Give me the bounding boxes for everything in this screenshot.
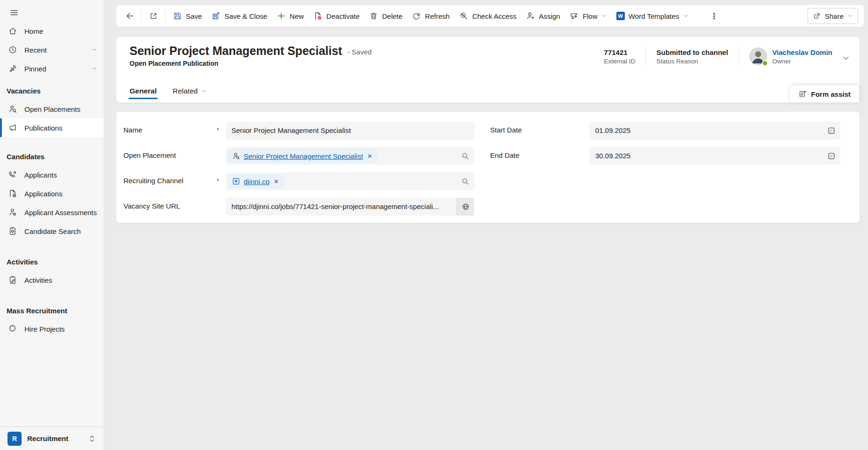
start-date-field-label: Start Date [490,126,522,134]
sidebar-item-activities[interactable]: Activities [0,271,104,289]
command-bar: Save Save & Close New Deactivate Delete … [116,5,864,27]
clipboard-pen-icon [8,275,17,285]
sidebar-item-candidate-search[interactable]: Candidate Search [0,222,104,241]
puzzle-icon [8,324,17,334]
tab-related-label: Related [173,87,198,95]
required-marker: * [217,177,219,185]
avatar [749,47,767,65]
chevron-down-icon [847,13,853,19]
sidebar-item-home[interactable]: Home [0,22,104,40]
flow-button[interactable]: Flow [565,8,612,24]
key-search-icon [459,11,469,21]
start-date-calendar-button[interactable] [826,125,837,136]
search-icon[interactable] [461,152,469,160]
sidebar-item-publications[interactable]: Publications [0,118,104,137]
name-field-label: Name [123,126,142,134]
chevron-down-icon[interactable] [92,47,97,53]
tab-related[interactable]: Related [173,80,207,102]
delete-button[interactable]: Delete [364,8,407,24]
recruiting-channel-remove-button[interactable]: ✕ [273,178,280,185]
sidebar-item-label: Applicant Assessments [24,209,97,217]
recruiting-channel-lookup[interactable]: djinni.co ✕ [226,172,474,190]
assign-button[interactable]: Assign [521,8,565,24]
megaphone-icon [8,123,17,132]
name-field[interactable]: Senior Project Management Specialist [226,122,474,140]
refresh-button[interactable]: Refresh [407,8,454,24]
person-search-icon [232,152,240,160]
check-access-button[interactable]: Check Access [454,8,521,24]
person-search-icon [8,104,17,114]
deactivate-icon [313,11,323,21]
new-label: New [290,12,304,20]
title-wrap: Senior Project Management Specialist - S… [130,44,372,67]
tab-general[interactable]: General [130,80,157,102]
sidebar-item-recent[interactable]: Recent [0,40,104,59]
unfold-chevrons-icon [88,434,96,443]
general-form-section: Name * Senior Project Management Special… [116,111,860,223]
recruiting-channel-field-label: Recruiting Channel [123,177,184,185]
end-date-field[interactable]: 30.09.2025 [590,147,840,165]
save-icon [173,11,182,21]
status-reason-block: Submitted to channel Status Reason [646,48,738,65]
owner-block[interactable]: Viacheslav Domin Owner [739,47,835,65]
check-access-label: Check Access [472,12,516,20]
chevron-down-icon [683,13,689,19]
new-button[interactable]: New [272,8,308,24]
word-templates-button[interactable]: W Word Templates [612,8,693,24]
collapse-header-button[interactable] [840,52,852,64]
sidebar-item-hire-projects[interactable]: Hire Projects [0,319,104,338]
clock-icon [8,45,17,54]
sidebar-item-pinned[interactable]: Pinned [0,59,104,78]
chevron-down-icon [201,88,207,94]
form-assist-button[interactable]: Form assist [790,85,860,102]
sidebar-item-label: Pinned [24,65,46,73]
menu-toggle-button[interactable] [7,6,21,20]
open-placement-link[interactable]: Senior Project Management Specialist [244,152,363,160]
back-button[interactable] [120,8,139,24]
refresh-label: Refresh [425,12,450,20]
sidebar-item-applicants[interactable]: Applicants [0,165,104,184]
person-arrow-icon [526,11,535,21]
open-url-button[interactable] [456,198,474,216]
sidebar-item-label: Hire Projects [24,325,65,333]
share-button[interactable]: Share [807,8,858,24]
start-date-field[interactable]: 01.09.2025 [590,122,840,140]
open-placement-lookup[interactable]: Senior Project Management Specialist ✕ [226,147,474,165]
globe-icon [461,202,470,211]
vacancy-site-url-field[interactable]: https://djinni.co/jobs/771421-senior-pro… [226,198,474,216]
end-date-value[interactable]: 30.09.2025 [590,147,820,165]
save-button[interactable]: Save [168,8,207,24]
word-icon-letter: W [618,13,623,19]
start-date-value[interactable]: 01.09.2025 [590,122,820,140]
vacancy-site-url-value[interactable]: https://djinni.co/jobs/771421-senior-pro… [226,198,455,216]
recruiting-channel-link[interactable]: djinni.co [244,178,269,186]
sidebar-group-activities: Activities [0,254,104,271]
field-row-end-date: End Date 30.09.2025 [490,147,840,165]
recruiting-channel-pill: djinni.co ✕ [228,174,284,188]
field-row-vacancy-site-url: Vacancy Site URL https://djinni.co/jobs/… [123,198,474,216]
field-row-name: Name * Senior Project Management Special… [123,122,474,140]
sidebar-item-label: Open Placements [24,105,80,113]
sidebar-item-applicant-assessments[interactable]: Applicant Assessments [0,203,104,222]
sidebar-item-open-placements[interactable]: Open Placements [0,100,104,118]
status-reason-label: Status Reason [656,58,728,65]
popout-button[interactable] [144,8,163,24]
area-switcher[interactable]: R Recruitment [0,427,104,450]
open-placement-remove-button[interactable]: ✕ [366,153,373,159]
end-date-calendar-button[interactable] [826,150,837,162]
chevron-down-icon[interactable] [92,66,97,71]
field-label-cell: Start Date [490,122,590,134]
sidebar-item-applications[interactable]: Applications [0,184,104,203]
search-icon[interactable] [461,177,469,186]
more-commands-button[interactable]: ⋮ [706,8,723,24]
save-and-close-label: Save & Close [224,12,267,20]
save-and-close-button[interactable]: Save & Close [207,8,272,24]
channel-record-icon [232,177,240,186]
word-icon: W [616,12,625,20]
form-assist-label: Form assist [811,90,851,98]
share-label: Share [825,12,844,20]
field-label-cell: Name * [123,122,226,134]
deactivate-button[interactable]: Deactivate [308,8,364,24]
word-templates-label: Word Templates [629,12,679,20]
owner-link[interactable]: Viacheslav Domin [772,48,832,56]
